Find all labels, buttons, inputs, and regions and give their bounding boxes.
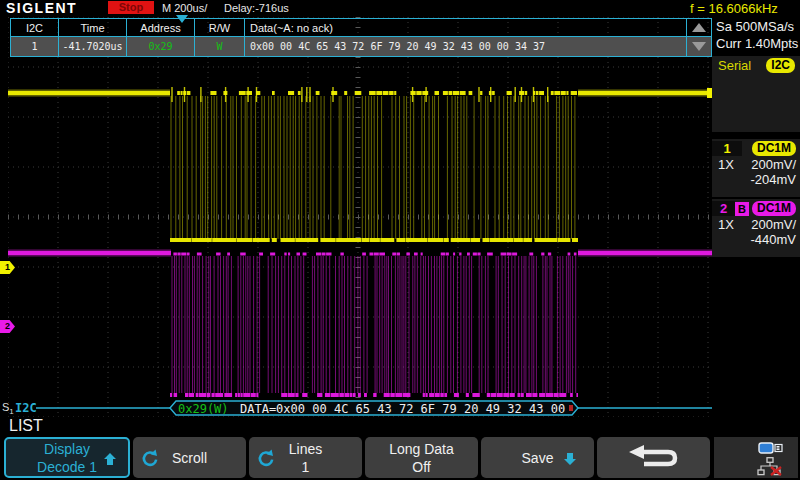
ch2-bandwidth-limit-badge: B xyxy=(735,202,749,216)
frequency-counter-readout: f = 16.6066kHz xyxy=(690,1,778,16)
status-icon-panel xyxy=(714,437,798,478)
rotate-icon xyxy=(256,449,274,467)
trigger-position-marker-icon[interactable] xyxy=(176,15,188,23)
table-scroll-up-button[interactable] xyxy=(687,19,711,37)
triangle-down-icon xyxy=(692,42,706,51)
ch2-number: 2 xyxy=(712,201,735,216)
save-button[interactable]: Save xyxy=(481,437,594,478)
arrow-up-icon xyxy=(104,453,116,465)
return-icon xyxy=(626,444,682,472)
decode-packet-data: DATA=0x00 00 4C 65 43 72 6F 79 20 49 32 … xyxy=(240,402,565,416)
serial-bus-type-badge: I2C xyxy=(766,58,795,73)
sample-rate-readout: Sa 500MSa/s xyxy=(716,18,798,35)
oscilloscope-screen: SIGLENT Stop M 200us/ Delay:-716us f = 1… xyxy=(0,0,800,480)
header-cell-data: Data(~A: no ack) xyxy=(245,19,687,37)
display-button-value: Decode 1 xyxy=(37,458,97,476)
channel1-panel[interactable]: 1 DC1M 1X 200mV/ -204mV xyxy=(712,139,800,197)
decode-source-label: S1 xyxy=(2,401,14,416)
save-button-label: Save xyxy=(522,449,554,467)
softkey-menu-bar: Display Decode 1 Scroll Lines 1 Long Dat… xyxy=(4,437,710,478)
waveform-canvas[interactable] xyxy=(8,17,712,417)
decode-packet-address: 0x29(W) xyxy=(178,402,229,416)
lan-disconnected-icon xyxy=(757,457,783,476)
arrow-down-icon xyxy=(564,453,576,465)
row-cell-time[interactable]: -41.7020us xyxy=(59,37,127,56)
scroll-button[interactable]: Scroll xyxy=(133,437,246,478)
row-cell-data[interactable]: 0x00 00 4C 65 43 72 6F 79 20 49 32 43 00… xyxy=(245,37,687,56)
usb-icon xyxy=(758,440,786,456)
ch1-coupling-badge: DC1M xyxy=(752,141,796,156)
display-button-label: Display xyxy=(44,440,90,458)
ch2-coupling-badge: DC1M xyxy=(752,201,796,216)
decode-list-table[interactable]: I2C Time Address R/W Data(~A: no ack) 1 … xyxy=(10,18,712,57)
timebase-readout: M 200us/ xyxy=(162,2,207,14)
display-decode-button[interactable]: Display Decode 1 xyxy=(4,437,130,478)
lines-button-label: Lines xyxy=(289,440,322,458)
long-data-button-label: Long Data xyxy=(389,440,454,458)
row-cell-address[interactable]: 0x29 xyxy=(127,37,195,56)
top-status-bar: SIGLENT Stop M 200us/ Delay:-716us f = 1… xyxy=(0,0,800,16)
channel2-panel[interactable]: 2 B DC1M 1X 200mV/ -440mV xyxy=(712,199,800,257)
ch2-trace-edges xyxy=(172,256,576,393)
decode-truncation-marker xyxy=(569,405,573,411)
ch2-scale: 200mV/ xyxy=(751,217,796,232)
row-cell-index[interactable]: 1 xyxy=(11,37,59,56)
table-scroll-down-button[interactable] xyxy=(687,37,711,56)
ch1-number: 1 xyxy=(712,141,742,156)
header-cell-bus: I2C xyxy=(11,19,59,37)
run-state-badge: Stop xyxy=(108,1,154,14)
ch2-attenuation: 1X xyxy=(718,217,734,232)
decode-bus-label: I2C xyxy=(15,401,37,415)
ch1-attenuation: 1X xyxy=(718,157,734,172)
scroll-button-label: Scroll xyxy=(172,449,207,467)
serial-label: Serial xyxy=(718,58,751,73)
header-cell-time: Time xyxy=(59,19,127,37)
lines-button-value: 1 xyxy=(302,458,310,476)
ch1-offset: -204mV xyxy=(712,172,800,187)
siglent-logo: SIGLENT xyxy=(6,0,77,16)
row-cell-rw[interactable]: W xyxy=(195,37,245,56)
acquisition-readout: Sa 500MSa/s Curr 1.40Mpts xyxy=(716,18,798,52)
long-data-button[interactable]: Long Data Off xyxy=(365,437,478,478)
ch2-offset: -440mV xyxy=(712,232,800,247)
triangle-up-icon xyxy=(692,23,706,32)
ch1-trace-edges xyxy=(171,96,575,239)
rotate-icon xyxy=(140,449,158,467)
serial-bus-panel[interactable]: Serial I2C xyxy=(712,56,800,132)
back-button[interactable] xyxy=(597,437,710,478)
list-mode-label: LIST xyxy=(9,417,43,435)
long-data-button-value: Off xyxy=(412,458,430,476)
memory-depth-readout: Curr 1.40Mpts xyxy=(716,35,798,52)
ch1-scale: 200mV/ xyxy=(751,157,796,172)
delay-readout: Delay:-716us xyxy=(224,2,289,14)
header-cell-rw: R/W xyxy=(195,19,245,37)
lines-button[interactable]: Lines 1 xyxy=(249,437,362,478)
